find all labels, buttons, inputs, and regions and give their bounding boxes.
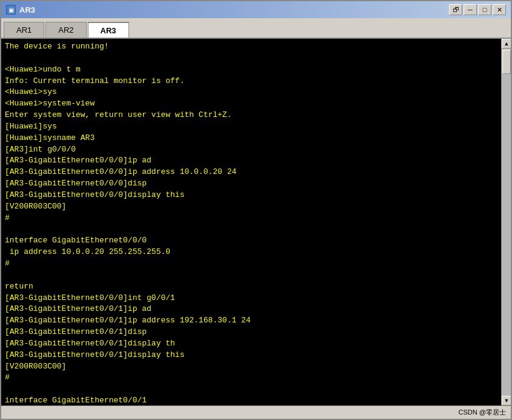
window-icon: ▣ bbox=[6, 5, 16, 15]
title-bar-buttons: 🗗 ─ □ ✕ bbox=[449, 4, 506, 15]
scrollbar[interactable]: ▲ ▼ bbox=[501, 39, 511, 405]
scroll-track[interactable] bbox=[502, 48, 511, 396]
tab-bar: AR1 AR2 AR3 bbox=[1, 18, 511, 39]
title-bar: ▣ AR3 🗗 ─ □ ✕ bbox=[1, 1, 511, 18]
tab-ar2[interactable]: AR2 bbox=[45, 22, 86, 38]
status-bar: CSDN @零居士 bbox=[1, 405, 511, 419]
status-text: CSDN @零居士 bbox=[459, 408, 506, 417]
title-bar-left: ▣ AR3 bbox=[6, 5, 35, 15]
scroll-thumb[interactable] bbox=[502, 50, 511, 74]
content-area: The device is running! <Huawei>undo t m … bbox=[1, 39, 511, 405]
main-window: ▣ AR3 🗗 ─ □ ✕ AR1 AR2 AR3 The device is … bbox=[0, 0, 512, 420]
terminal-output[interactable]: The device is running! <Huawei>undo t m … bbox=[1, 39, 501, 405]
close-button[interactable]: ✕ bbox=[493, 4, 506, 15]
window-title: AR3 bbox=[19, 5, 35, 15]
tab-ar3[interactable]: AR3 bbox=[88, 22, 129, 38]
scroll-down-button[interactable]: ▼ bbox=[502, 396, 511, 405]
scroll-up-button[interactable]: ▲ bbox=[502, 39, 511, 48]
maximize-button[interactable]: □ bbox=[478, 4, 491, 15]
restore-button[interactable]: 🗗 bbox=[449, 4, 462, 15]
minimize-button[interactable]: ─ bbox=[464, 4, 477, 15]
tab-ar1[interactable]: AR1 bbox=[4, 22, 44, 38]
